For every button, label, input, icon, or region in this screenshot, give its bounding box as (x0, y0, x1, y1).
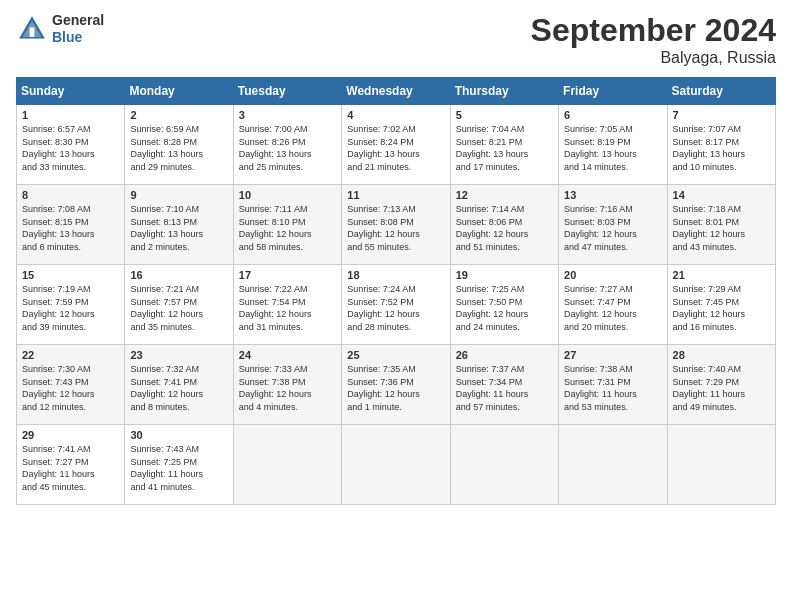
day-info-line: Sunset: 7:36 PM (347, 377, 414, 387)
day-number: 24 (239, 349, 336, 361)
day-number: 21 (673, 269, 770, 281)
day-info: Sunrise: 7:32 AMSunset: 7:41 PMDaylight:… (130, 363, 227, 413)
calendar-cell: 27Sunrise: 7:38 AMSunset: 7:31 PMDayligh… (559, 345, 667, 425)
calendar-table: Sunday Monday Tuesday Wednesday Thursday… (16, 77, 776, 505)
day-info: Sunrise: 7:21 AMSunset: 7:57 PMDaylight:… (130, 283, 227, 333)
day-number: 3 (239, 109, 336, 121)
day-info: Sunrise: 7:19 AMSunset: 7:59 PMDaylight:… (22, 283, 119, 333)
calendar-cell: 5Sunrise: 7:04 AMSunset: 8:21 PMDaylight… (450, 105, 558, 185)
day-info-line: and 57 minutes. (456, 402, 520, 412)
col-saturday: Saturday (667, 78, 775, 105)
day-info-line: Daylight: 12 hours (456, 309, 529, 319)
day-info-line: and 2 minutes. (130, 242, 189, 252)
day-info: Sunrise: 7:24 AMSunset: 7:52 PMDaylight:… (347, 283, 444, 333)
calendar-cell: 12Sunrise: 7:14 AMSunset: 8:06 PMDayligh… (450, 185, 558, 265)
calendar-cell: 3Sunrise: 7:00 AMSunset: 8:26 PMDaylight… (233, 105, 341, 185)
day-number: 25 (347, 349, 444, 361)
day-info-line: Sunrise: 7:30 AM (22, 364, 91, 374)
day-info: Sunrise: 7:11 AMSunset: 8:10 PMDaylight:… (239, 203, 336, 253)
day-info-line: Daylight: 12 hours (22, 309, 95, 319)
day-info-line: Sunset: 7:34 PM (456, 377, 523, 387)
calendar-cell: 19Sunrise: 7:25 AMSunset: 7:50 PMDayligh… (450, 265, 558, 345)
day-info-line: and 14 minutes. (564, 162, 628, 172)
calendar-cell: 10Sunrise: 7:11 AMSunset: 8:10 PMDayligh… (233, 185, 341, 265)
day-info-line: Sunset: 7:38 PM (239, 377, 306, 387)
day-info: Sunrise: 7:05 AMSunset: 8:19 PMDaylight:… (564, 123, 661, 173)
day-info-line: Sunrise: 7:04 AM (456, 124, 525, 134)
day-info-line: Daylight: 12 hours (347, 389, 420, 399)
svg-rect-2 (30, 27, 35, 37)
day-info-line: and 6 minutes. (22, 242, 81, 252)
calendar-cell: 13Sunrise: 7:16 AMSunset: 8:03 PMDayligh… (559, 185, 667, 265)
calendar-cell (559, 425, 667, 505)
calendar-cell: 2Sunrise: 6:59 AMSunset: 8:28 PMDaylight… (125, 105, 233, 185)
calendar-cell: 15Sunrise: 7:19 AMSunset: 7:59 PMDayligh… (17, 265, 125, 345)
day-info: Sunrise: 7:07 AMSunset: 8:17 PMDaylight:… (673, 123, 770, 173)
day-number: 27 (564, 349, 661, 361)
day-number: 13 (564, 189, 661, 201)
day-info-line: Sunrise: 7:32 AM (130, 364, 199, 374)
calendar-week-row: 1Sunrise: 6:57 AMSunset: 8:30 PMDaylight… (17, 105, 776, 185)
day-info-line: Daylight: 12 hours (456, 229, 529, 239)
calendar-cell: 22Sunrise: 7:30 AMSunset: 7:43 PMDayligh… (17, 345, 125, 425)
day-number: 8 (22, 189, 119, 201)
col-wednesday: Wednesday (342, 78, 450, 105)
day-info-line: Sunrise: 7:21 AM (130, 284, 199, 294)
day-info-line: Sunset: 8:15 PM (22, 217, 89, 227)
day-info-line: Sunset: 8:17 PM (673, 137, 740, 147)
day-info-line: Daylight: 12 hours (347, 229, 420, 239)
day-info-line: Daylight: 13 hours (673, 149, 746, 159)
day-info-line: Sunset: 8:30 PM (22, 137, 89, 147)
day-info-line: Sunset: 7:31 PM (564, 377, 631, 387)
day-info-line: Sunset: 8:13 PM (130, 217, 197, 227)
day-number: 22 (22, 349, 119, 361)
day-info: Sunrise: 7:29 AMSunset: 7:45 PMDaylight:… (673, 283, 770, 333)
calendar-week-row: 8Sunrise: 7:08 AMSunset: 8:15 PMDaylight… (17, 185, 776, 265)
day-number: 30 (130, 429, 227, 441)
day-number: 23 (130, 349, 227, 361)
day-info: Sunrise: 7:41 AMSunset: 7:27 PMDaylight:… (22, 443, 119, 493)
calendar-header-row: Sunday Monday Tuesday Wednesday Thursday… (17, 78, 776, 105)
page: General Blue September 2024 Balyaga, Rus… (0, 0, 792, 612)
col-friday: Friday (559, 78, 667, 105)
calendar-cell: 25Sunrise: 7:35 AMSunset: 7:36 PMDayligh… (342, 345, 450, 425)
day-info-line: Daylight: 13 hours (22, 149, 95, 159)
day-info-line: Daylight: 12 hours (564, 229, 637, 239)
day-info-line: Daylight: 12 hours (239, 309, 312, 319)
day-info-line: Sunset: 7:29 PM (673, 377, 740, 387)
calendar-week-row: 29Sunrise: 7:41 AMSunset: 7:27 PMDayligh… (17, 425, 776, 505)
day-info: Sunrise: 7:08 AMSunset: 8:15 PMDaylight:… (22, 203, 119, 253)
day-number: 18 (347, 269, 444, 281)
day-info: Sunrise: 7:38 AMSunset: 7:31 PMDaylight:… (564, 363, 661, 413)
day-info: Sunrise: 7:33 AMSunset: 7:38 PMDaylight:… (239, 363, 336, 413)
calendar-cell: 8Sunrise: 7:08 AMSunset: 8:15 PMDaylight… (17, 185, 125, 265)
calendar-cell: 9Sunrise: 7:10 AMSunset: 8:13 PMDaylight… (125, 185, 233, 265)
logo-text: General Blue (52, 12, 104, 46)
day-number: 2 (130, 109, 227, 121)
day-info-line: Sunset: 8:24 PM (347, 137, 414, 147)
day-info-line: Daylight: 12 hours (239, 229, 312, 239)
day-info-line: Sunrise: 7:13 AM (347, 204, 416, 214)
day-info-line: Daylight: 11 hours (564, 389, 637, 399)
day-info: Sunrise: 7:13 AMSunset: 8:08 PMDaylight:… (347, 203, 444, 253)
day-info-line: and 12 minutes. (22, 402, 86, 412)
day-info: Sunrise: 6:57 AMSunset: 8:30 PMDaylight:… (22, 123, 119, 173)
day-info: Sunrise: 7:40 AMSunset: 7:29 PMDaylight:… (673, 363, 770, 413)
day-info-line: Sunrise: 7:10 AM (130, 204, 199, 214)
day-info-line: Sunrise: 7:37 AM (456, 364, 525, 374)
day-number: 17 (239, 269, 336, 281)
day-info-line: Sunrise: 6:57 AM (22, 124, 91, 134)
col-tuesday: Tuesday (233, 78, 341, 105)
day-number: 10 (239, 189, 336, 201)
day-info-line: Sunset: 7:54 PM (239, 297, 306, 307)
calendar-cell: 30Sunrise: 7:43 AMSunset: 7:25 PMDayligh… (125, 425, 233, 505)
day-info-line: and 8 minutes. (130, 402, 189, 412)
day-info-line: and 49 minutes. (673, 402, 737, 412)
day-info-line: Sunset: 8:01 PM (673, 217, 740, 227)
calendar-cell: 17Sunrise: 7:22 AMSunset: 7:54 PMDayligh… (233, 265, 341, 345)
day-info-line: Daylight: 12 hours (673, 229, 746, 239)
day-info: Sunrise: 7:25 AMSunset: 7:50 PMDaylight:… (456, 283, 553, 333)
day-info-line: Daylight: 12 hours (564, 309, 637, 319)
day-number: 19 (456, 269, 553, 281)
day-info-line: and 47 minutes. (564, 242, 628, 252)
